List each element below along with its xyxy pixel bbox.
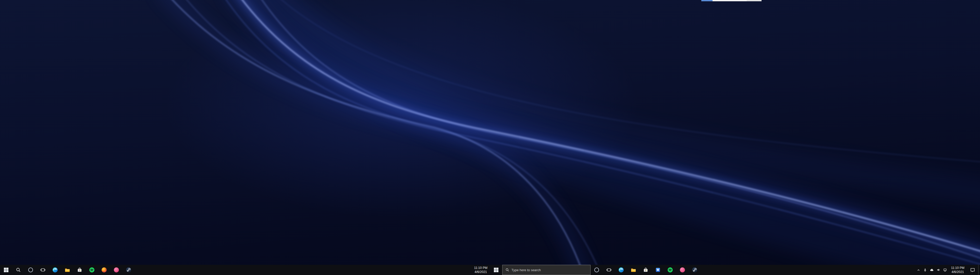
peeking-window-sliver[interactable] xyxy=(701,0,762,1)
taskbar-spacer-left xyxy=(135,265,471,275)
windows-logo-icon xyxy=(3,267,9,273)
action-center-button[interactable] xyxy=(967,265,978,275)
system-tray xyxy=(915,265,948,275)
onedrive-cloud-icon xyxy=(930,268,934,272)
pinned-app-spotify[interactable] xyxy=(664,265,676,275)
spotify-icon xyxy=(89,267,95,273)
clock-time: 11:10 PM xyxy=(474,266,487,270)
firefox-icon xyxy=(101,267,107,273)
pinned-app-blue[interactable] xyxy=(652,265,664,275)
tray-chevron-button[interactable] xyxy=(915,265,922,275)
start-button-left[interactable] xyxy=(0,265,12,275)
tray-microphone-button[interactable] xyxy=(922,265,928,275)
start-button-right[interactable] xyxy=(490,265,502,275)
speaker-icon xyxy=(936,268,940,272)
cortana-button-right[interactable] xyxy=(590,265,603,275)
pinned-app-store[interactable] xyxy=(640,265,652,275)
pinned-app-store[interactable] xyxy=(73,265,86,275)
pinned-app-steam[interactable] xyxy=(123,265,135,275)
clock-right[interactable]: 11:10 PM 4/6/2021 xyxy=(948,265,967,275)
tray-onedrive-button[interactable] xyxy=(928,265,935,275)
taskbar-right-monitor: 11:10 PM 4/6/2021 xyxy=(490,265,980,275)
pinned-app-pink[interactable] xyxy=(676,265,689,275)
pinned-app-pink[interactable] xyxy=(110,265,123,275)
action-center-icon xyxy=(969,267,976,273)
clock-left[interactable]: 11:10 PM 4/6/2021 xyxy=(471,265,490,275)
clock-time: 11:10 PM xyxy=(951,266,964,270)
windows-logo-icon xyxy=(493,267,499,273)
chevron-up-icon xyxy=(916,268,921,272)
cortana-button-left[interactable] xyxy=(24,265,37,275)
desktop: 11:10 PM 4/6/2021 xyxy=(0,0,980,275)
tray-volume-button[interactable] xyxy=(935,265,942,275)
spotify-icon xyxy=(667,267,673,273)
peeking-window-body xyxy=(713,0,747,1)
taskbar-spacer-right xyxy=(701,265,915,275)
search-input[interactable] xyxy=(511,268,587,272)
peeking-window-accent xyxy=(701,0,713,1)
tray-network-button[interactable] xyxy=(942,265,948,275)
wallpaper-waves xyxy=(0,0,980,275)
blue-app-icon xyxy=(655,267,661,273)
microsoft-store-icon xyxy=(76,267,83,273)
pinned-app-edge[interactable] xyxy=(615,265,627,275)
taskbar-left-monitor: 11:10 PM 4/6/2021 xyxy=(0,265,490,275)
taskbar: 11:10 PM 4/6/2021 xyxy=(0,265,980,275)
file-explorer-icon xyxy=(64,267,70,273)
pinned-app-edge[interactable] xyxy=(49,265,61,275)
task-view-icon xyxy=(606,267,612,273)
pinned-app-firefox[interactable] xyxy=(98,265,110,275)
steam-icon xyxy=(126,267,132,273)
pinned-app-file-explorer[interactable] xyxy=(627,265,640,275)
cortana-icon xyxy=(593,267,600,273)
search-icon xyxy=(505,268,509,272)
network-icon xyxy=(943,268,947,272)
pinned-app-steam[interactable] xyxy=(689,265,701,275)
edge-icon xyxy=(618,267,624,273)
task-view-button-left[interactable] xyxy=(37,265,49,275)
pink-app-icon xyxy=(679,267,686,273)
peeking-window-tail xyxy=(747,0,762,1)
pinned-app-file-explorer[interactable] xyxy=(61,265,73,275)
pink-app-icon xyxy=(113,267,119,273)
taskbar-search-box[interactable] xyxy=(502,265,590,275)
show-desktop-button[interactable] xyxy=(978,265,980,275)
task-view-icon xyxy=(40,267,46,273)
cortana-icon xyxy=(27,267,34,273)
clock-date: 4/6/2021 xyxy=(951,270,964,274)
edge-icon xyxy=(52,267,58,273)
search-icon xyxy=(15,267,21,273)
microphone-icon xyxy=(923,268,927,272)
file-explorer-icon xyxy=(630,267,636,273)
pinned-app-spotify[interactable] xyxy=(86,265,98,275)
steam-icon xyxy=(692,267,698,273)
microsoft-store-icon xyxy=(643,267,649,273)
task-view-button-right[interactable] xyxy=(603,265,615,275)
clock-date: 4/6/2021 xyxy=(474,270,487,274)
search-button-left[interactable] xyxy=(12,265,24,275)
